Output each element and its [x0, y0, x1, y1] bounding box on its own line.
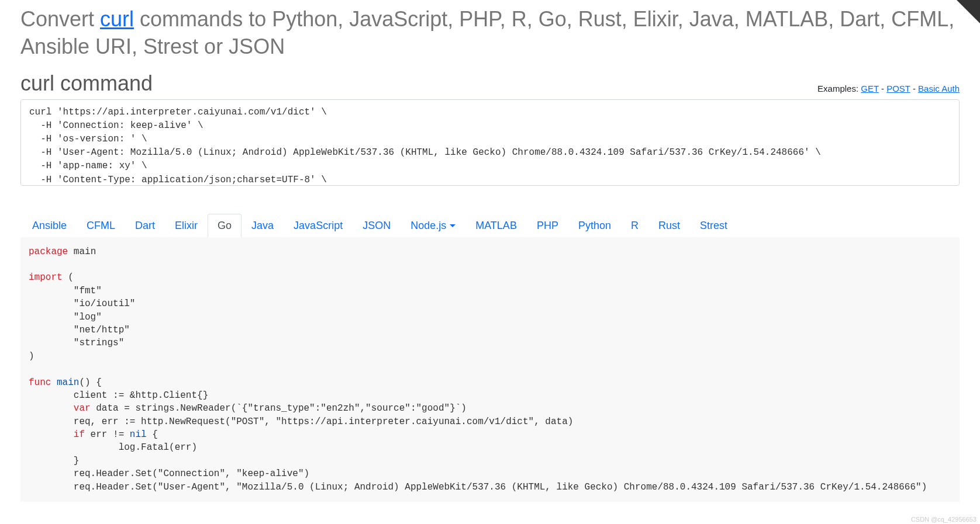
title-pre: Convert: [20, 7, 100, 31]
code-output: package main import ( "fmt" "io/ioutil" …: [20, 237, 960, 502]
code-text: main: [68, 247, 96, 257]
kw-var: var: [74, 403, 91, 414]
curl-input[interactable]: [20, 99, 960, 186]
code-text: "net/http": [29, 325, 130, 335]
code-text: "fmt": [29, 286, 102, 296]
chevron-down-icon: [450, 224, 456, 227]
title-post: commands to Python, JavaScript, PHP, R, …: [20, 7, 954, 58]
code-text: req.Header.Set("User-Agent", "Mozilla/5.…: [29, 482, 927, 492]
tab-php[interactable]: PHP: [527, 214, 568, 238]
example-post-link[interactable]: POST: [886, 84, 910, 93]
tab-r[interactable]: R: [621, 214, 648, 238]
code-text: }: [29, 456, 79, 466]
tab-javascript[interactable]: JavaScript: [284, 214, 353, 238]
kw-func: func: [29, 377, 51, 388]
code-text: log.Fatal(err): [29, 442, 197, 453]
code-text: req.Header.Set("Connection", "keep-alive…: [29, 469, 309, 479]
code-text: [29, 403, 74, 414]
fn-main: main: [57, 377, 79, 388]
examples-label: Examples:: [817, 84, 861, 93]
tab-json[interactable]: JSON: [353, 214, 401, 238]
code-text: err !=: [85, 429, 130, 440]
code-text: req, err := http.NewRequest("POST", "htt…: [29, 417, 573, 427]
tab-python[interactable]: Python: [568, 214, 621, 238]
code-text: "strings": [29, 338, 124, 348]
corner-fold-icon: [957, 0, 980, 23]
code-text: {: [147, 429, 158, 440]
language-tabs: Ansible CFML Dart Elixir Go Java JavaScr…: [20, 214, 960, 238]
page-title: Convert curl commands to Python, JavaScr…: [20, 6, 960, 61]
tab-rust[interactable]: Rust: [648, 214, 690, 238]
code-text: ): [29, 351, 34, 362]
tab-strest[interactable]: Strest: [690, 214, 737, 238]
section-heading: curl command: [20, 71, 153, 96]
kw-nil: nil: [130, 429, 147, 440]
tab-cfml[interactable]: CFML: [77, 214, 125, 238]
tab-nodejs-label: Node.js: [410, 220, 446, 232]
curl-link[interactable]: curl: [100, 7, 134, 31]
kw-if: if: [74, 429, 85, 440]
tab-nodejs[interactable]: Node.js: [401, 214, 465, 238]
tab-go[interactable]: Go: [208, 214, 241, 238]
example-basicauth-link[interactable]: Basic Auth: [918, 84, 960, 93]
code-text: [51, 377, 57, 388]
tab-matlab[interactable]: MATLAB: [465, 214, 527, 238]
code-text: [29, 429, 74, 440]
tab-ansible[interactable]: Ansible: [22, 214, 77, 238]
code-text: data = strings.NewReader(`{"trans_type":…: [91, 403, 467, 414]
kw-import: import: [29, 272, 63, 283]
code-text: "io/ioutil": [29, 299, 135, 309]
code-text: () {: [79, 377, 101, 388]
code-text: "log": [29, 312, 102, 322]
kw-package: package: [29, 247, 68, 257]
tab-dart[interactable]: Dart: [125, 214, 165, 238]
tab-java[interactable]: Java: [241, 214, 284, 238]
code-text: client := &http.Client{}: [29, 390, 208, 401]
tab-elixir[interactable]: Elixir: [165, 214, 208, 238]
examples-label-row: Examples: GET - POST - Basic Auth: [817, 84, 960, 96]
example-get-link[interactable]: GET: [861, 84, 879, 93]
code-text: (: [63, 272, 74, 283]
